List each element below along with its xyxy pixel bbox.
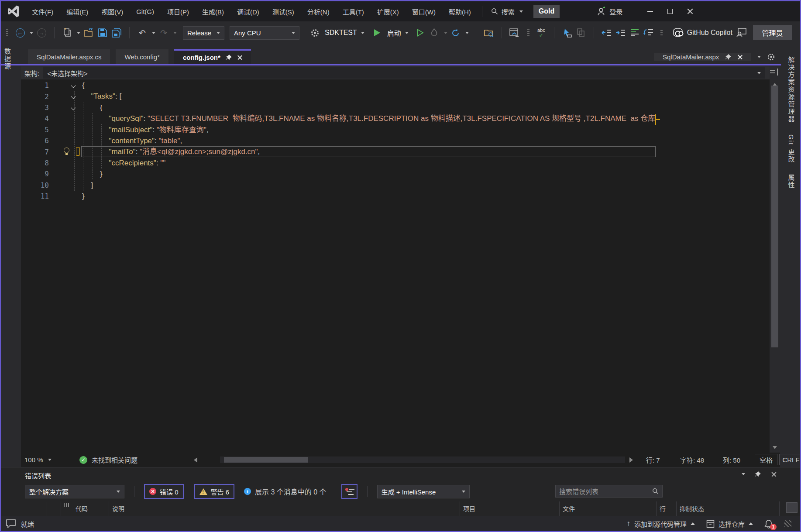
comment-undo-button[interactable] (643, 26, 654, 39)
github-copilot-button[interactable]: GitHub Copilot (672, 27, 746, 38)
scrollbar-thumb[interactable] (771, 86, 778, 347)
tab-sqldatamailer-aspx-cs[interactable]: SqlDataMailer.aspx.cs (28, 49, 110, 64)
window-position-chevron[interactable] (742, 473, 745, 475)
start-label[interactable]: 启动 (387, 27, 401, 38)
start-chevron[interactable] (405, 32, 409, 34)
navigate-forward-button[interactable]: → (36, 26, 47, 39)
schema-dropdown[interactable]: <未选择架构> (43, 67, 765, 79)
close-icon[interactable] (237, 55, 242, 60)
pin-icon[interactable] (226, 54, 232, 61)
decrease-indent-button[interactable] (601, 26, 612, 39)
minimize-button[interactable] (640, 3, 660, 20)
code-editor[interactable]: 1{2 "Tasks": [3 {4 "querySql": "SELECT T… (21, 79, 770, 453)
column-header-文件[interactable]: 文件 (560, 501, 657, 516)
restart-chevron[interactable] (465, 32, 469, 34)
hot-reload-chevron[interactable] (444, 32, 447, 34)
configuration-dropdown[interactable]: Release (183, 26, 224, 40)
resize-grip[interactable] (784, 520, 791, 527)
fold-chevron-icon[interactable] (71, 105, 76, 110)
scroll-down-arrow[interactable] (773, 446, 777, 449)
save-button[interactable] (97, 26, 108, 39)
menu-item-4[interactable]: Git(G) (130, 1, 161, 21)
start-without-debug-button[interactable] (415, 26, 426, 39)
toolbar-overflow-grip[interactable] (660, 30, 663, 35)
code-line-2[interactable]: 2 "Tasks": [ (21, 91, 770, 102)
select-mode-button[interactable] (561, 26, 573, 39)
fold-chevron-icon[interactable] (71, 83, 76, 88)
hot-reload-button[interactable] (429, 26, 440, 39)
close-button[interactable] (680, 3, 700, 20)
solution-explorer-home-button[interactable] (509, 26, 520, 39)
menu-item-8[interactable]: 测试(S) (266, 1, 301, 21)
column-header-icon-1[interactable] (47, 501, 61, 516)
select-repository-button[interactable]: 选择仓库 (706, 519, 753, 529)
sign-in-button[interactable]: 登录 (596, 7, 622, 16)
add-to-source-control-button[interactable]: ↑ 添加到源代码管理 (626, 519, 695, 529)
menu-item-7[interactable]: 调试(D) (230, 1, 266, 21)
menu-item-12[interactable]: 窗口(W) (406, 1, 442, 21)
pin-icon[interactable] (755, 471, 761, 477)
code-line-11[interactable]: 11} (21, 191, 770, 202)
back-history-chevron[interactable] (30, 32, 33, 34)
tool-tab-3[interactable]: 属性 (787, 174, 796, 189)
copy-lines-button[interactable] (575, 26, 587, 39)
toolbar-grip[interactable] (6, 29, 8, 37)
undo-button[interactable]: ↶ (137, 26, 148, 39)
error-search-input[interactable]: 搜索错误列表 (555, 485, 663, 498)
toolbar-grip[interactable] (527, 29, 529, 37)
tab-list-chevron[interactable] (757, 56, 761, 58)
new-file-button[interactable] (62, 26, 73, 39)
maximize-button[interactable] (660, 3, 680, 20)
errors-toggle[interactable]: ✕ 错误 0 (144, 484, 184, 499)
code-line-10[interactable]: 10 ] (21, 180, 770, 191)
gear-icon[interactable] (767, 53, 775, 61)
code-line-1[interactable]: 1{ (21, 80, 770, 91)
tab-sqldatamailer-aspx[interactable]: SqlDataMailer.aspx (654, 53, 751, 61)
column-header-行[interactable]: 行 (657, 501, 677, 516)
column-header-抑制状态[interactable]: 抑制状态 (677, 501, 780, 516)
tool-tab-1[interactable]: 解决方案资源管理器 (787, 56, 796, 123)
startup-project-chevron[interactable] (361, 32, 364, 34)
code-line-8[interactable]: 8 "ccRecipients": "" (21, 158, 770, 168)
menu-item-13[interactable]: 帮助(H) (442, 1, 478, 21)
admin-button[interactable]: 管理员 (753, 25, 792, 40)
zoom-control[interactable]: 100 % (24, 453, 52, 467)
tab-web-config-[interactable]: Web.config* (116, 49, 168, 64)
tab-config-json-[interactable]: config.json* (174, 49, 251, 64)
save-all-button[interactable] (111, 26, 122, 39)
menu-item-5[interactable]: 项目(P) (161, 1, 196, 21)
redo-chevron[interactable] (173, 32, 177, 34)
vertical-scrollbar[interactable] (770, 79, 780, 453)
startup-project-label[interactable]: SDKTEST (325, 29, 357, 37)
code-line-7[interactable]: 7 "mailTo": "消息<ql@zjgkd.cn>;sun@zjgkd.c… (21, 146, 770, 157)
tool-tab-data-sources[interactable]: 数据源 (3, 48, 12, 70)
caret-char-indicator[interactable]: 字符: 48 (680, 453, 704, 467)
debug-target-settings-button[interactable] (309, 26, 320, 39)
platform-dropdown[interactable]: Any CPU (230, 26, 299, 40)
feedback-icon[interactable] (6, 519, 16, 528)
messages-toggle[interactable]: i 展示 3 个消息中的 0 个 (244, 486, 327, 497)
search-control[interactable]: 搜索 (487, 7, 527, 16)
menu-item-1[interactable]: 文件(F) (25, 1, 60, 21)
code-line-6[interactable]: 6 "contentType": "table", (21, 135, 770, 146)
find-in-files-button[interactable] (483, 26, 495, 39)
open-file-button[interactable] (83, 26, 94, 39)
new-file-chevron[interactable] (77, 32, 80, 34)
spell-checker-button[interactable]: abc ✓ (536, 26, 547, 39)
error-list-scroll-stub[interactable] (786, 502, 798, 513)
column-header-icon-0[interactable] (24, 501, 47, 516)
notifications-button[interactable]: 1 (764, 519, 773, 529)
column-header-说明[interactable]: 说明 (109, 501, 460, 516)
menu-item-6[interactable]: 生成(B) (196, 1, 230, 21)
menu-item-3[interactable]: 视图(V) (95, 1, 130, 21)
caret-line-indicator[interactable]: 行: 7 (646, 453, 660, 467)
menu-item-9[interactable]: 分析(N) (301, 1, 336, 21)
schema-bar-toggle-icon[interactable] (770, 68, 779, 77)
quick-action-lightbulb-icon[interactable] (64, 148, 69, 153)
column-header-代码[interactable]: 代码 (72, 501, 109, 516)
fold-chevron-icon[interactable] (71, 94, 76, 99)
navigate-back-button[interactable]: ← (14, 26, 26, 39)
warnings-toggle[interactable]: 警告 6 (194, 484, 235, 499)
pin-icon[interactable] (725, 54, 732, 60)
menu-item-11[interactable]: 扩展(X) (371, 1, 406, 21)
